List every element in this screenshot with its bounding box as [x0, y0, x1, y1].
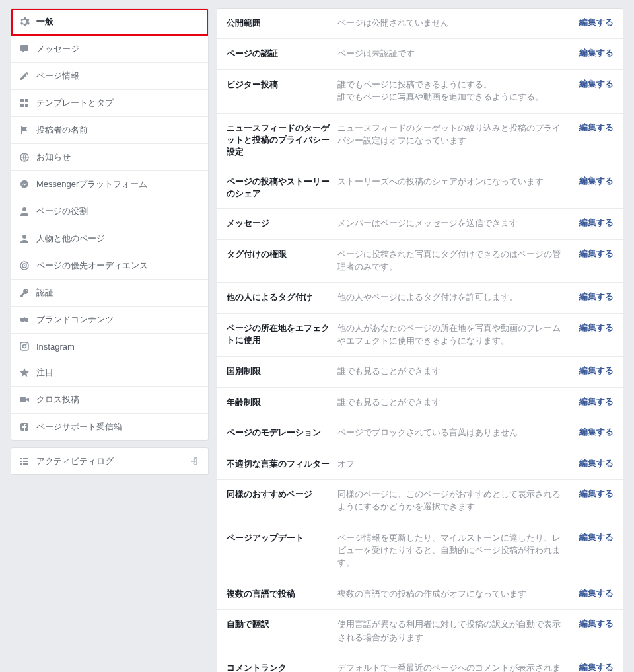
sidebar-item--[interactable]: 注目 [11, 359, 208, 387]
setting-row: ページのモデレーションページでブロックされている言葉はありません編集する [217, 418, 623, 449]
sidebar-item--[interactable]: 人物と他のページ [11, 225, 208, 252]
setting-label: 国別制限 [227, 365, 331, 377]
setting-label: 不適切な言葉のフィルター [227, 458, 331, 470]
svg-point-11 [23, 345, 26, 348]
handshake-icon [19, 315, 30, 325]
sidebar-item--[interactable]: ブランドコンテンツ [11, 307, 208, 334]
edit-link[interactable]: 編集する [579, 122, 614, 133]
setting-desc: ページに投稿された写真にタグ付けできるのはページの管理者のみです。 [337, 248, 573, 274]
setting-row: 自動で翻訳使用言語が異なる利用者に対して投稿の訳文が自動で表示される場合がありま… [217, 610, 623, 653]
gear-icon [19, 17, 30, 27]
key-icon [19, 287, 30, 298]
sidebar-item-messenger-[interactable]: Messengerプラットフォーム [11, 171, 208, 198]
star-icon [19, 367, 30, 378]
setting-row: ビジター投稿誰でもページに投稿できるようにする。誰でもページに写真や動画を追加で… [217, 70, 623, 114]
setting-label: タグ付けの権限 [227, 248, 331, 260]
edit-link[interactable]: 編集する [579, 618, 614, 630]
setting-label: ページの所在地をエフェクトに使用 [227, 322, 331, 346]
sidebar-item--[interactable]: テンプレートとタブ [11, 90, 208, 117]
setting-desc: 誰でもページに投稿できるようにする。誰でもページに写真や動画を追加できるようにす… [337, 79, 573, 104]
edit-link[interactable]: 編集する [579, 532, 614, 543]
sidebar-item--[interactable]: ページの役割 [11, 198, 208, 225]
setting-row: ニュースフィードのターゲットと投稿のプライバシー設定ニュースフィードのターゲット… [217, 114, 623, 167]
sidebar-item-label: 人物と他のページ [36, 233, 105, 244]
svg-rect-3 [25, 104, 28, 107]
edit-link[interactable]: 編集する [579, 365, 614, 377]
svg-point-12 [26, 344, 28, 345]
user-icon [19, 233, 30, 244]
setting-label: メッセージ [227, 217, 331, 229]
setting-label: ページの認証 [227, 48, 331, 59]
edit-link[interactable]: 編集する [579, 291, 614, 303]
globe-icon [19, 152, 30, 163]
edit-link[interactable]: 編集する [579, 488, 614, 500]
edit-link[interactable]: 編集する [579, 79, 614, 90]
sidebar-item--[interactable]: 投稿者の名前 [11, 117, 208, 144]
setting-desc: 他の人があなたのページの所在地を写真や動画のフレームやエフェクトに使用できるよう… [337, 322, 573, 348]
setting-desc: ページでブロックされている言葉はありません [337, 427, 573, 439]
sidebar-item-label: メッセージ [36, 43, 79, 55]
setting-desc: 複数の言語での投稿の作成がオフになっています [337, 588, 573, 601]
target-icon [19, 260, 30, 271]
setting-row: ページの投稿やストーリーのシェアストーリーズへの投稿のシェアがオンになっています… [217, 167, 623, 209]
edit-link[interactable]: 編集する [579, 427, 614, 438]
setting-label: ページの投稿やストーリーのシェア [227, 176, 331, 200]
svg-rect-15 [20, 458, 22, 459]
sidebar: 一般メッセージページ情報テンプレートとタブ投稿者の名前お知らせMessenger… [11, 8, 209, 482]
grid-icon [19, 98, 30, 108]
svg-rect-18 [23, 461, 28, 462]
edit-link[interactable]: 編集する [579, 48, 614, 59]
setting-desc: 誰でも見ることができます [337, 396, 573, 409]
setting-desc: ページは未認証です [337, 48, 573, 60]
sidebar-item--[interactable]: メッセージ [11, 36, 208, 63]
edit-link[interactable]: 編集する [579, 662, 614, 672]
svg-rect-0 [20, 99, 24, 102]
setting-desc: 使用言語が異なる利用者に対して投稿の訳文が自動で表示される場合があります [337, 618, 573, 644]
setting-desc: メンバーはページにメッセージを送信できます [337, 217, 573, 230]
page-root: 一般メッセージページ情報テンプレートとタブ投稿者の名前お知らせMessenger… [0, 0, 634, 672]
setting-desc: 他の人やページによるタグ付けを許可します。 [337, 291, 573, 304]
svg-rect-17 [20, 461, 22, 462]
edit-link[interactable]: 編集する [579, 458, 614, 469]
setting-label: 公開範囲 [227, 17, 331, 29]
sidebar-item-label: ページ情報 [36, 70, 79, 82]
setting-row: メッセージメンバーはページにメッセージを送信できます編集する [217, 209, 623, 239]
setting-desc: ニュースフィードのターゲットの絞り込みと投稿のプライバシー設定はオフになっていま… [337, 122, 573, 148]
setting-row: 同様のおすすめページ同様のページに、このページがおすすめとして表示されるようにす… [217, 480, 623, 523]
sidebar-item-label: Instagram [36, 342, 75, 352]
sidebar-item-label: 認証 [36, 287, 53, 299]
edit-link[interactable]: 編集する [579, 396, 614, 408]
sidebar-item--[interactable]: ページの優先オーディエンス [11, 252, 208, 280]
setting-row: 複数の言語で投稿複数の言語での投稿の作成がオフになっています編集する [217, 579, 623, 610]
svg-rect-16 [23, 458, 28, 459]
edit-link[interactable]: 編集する [579, 17, 614, 28]
setting-desc: オフ [337, 458, 573, 470]
edit-link[interactable]: 編集する [579, 588, 614, 599]
sidebar-item-activity-log[interactable]: アクティビティログ [11, 448, 208, 474]
sidebar-item-label: Messengerプラットフォーム [36, 178, 147, 190]
exit-icon [190, 456, 200, 467]
edit-link[interactable]: 編集する [579, 248, 614, 260]
sidebar-item-label: お知らせ [36, 151, 71, 163]
svg-point-5 [22, 207, 26, 211]
setting-desc: ページ情報を更新したり、マイルストーンに達したり、レビューを受けたりすると、自動… [337, 532, 573, 570]
sidebar-item--[interactable]: お知らせ [11, 144, 208, 171]
sidebar-item-label: ページサポート受信箱 [36, 421, 122, 433]
settings-list: 公開範囲ページは公開されていません編集するページの認証ページは未認証です編集する… [217, 8, 623, 672]
setting-row: 年齢制限誰でも見ることができます編集する [217, 388, 623, 418]
setting-row: コメントランクデフォルトで一番最近のページへのコメントが表示されます。編集する [217, 653, 623, 672]
sidebar-item--[interactable]: 認証 [11, 280, 208, 307]
setting-label: ニュースフィードのターゲットと投稿のプライバシー設定 [227, 122, 331, 158]
edit-link[interactable]: 編集する [579, 322, 614, 334]
sidebar-item-instagram[interactable]: Instagram [11, 334, 208, 359]
svg-point-6 [22, 235, 26, 239]
edit-link[interactable]: 編集する [579, 176, 614, 187]
sidebar-item--[interactable]: クロス投稿 [11, 387, 208, 414]
sidebar-item--[interactable]: ページ情報 [11, 63, 208, 90]
setting-desc: ページは公開されていません [337, 17, 573, 30]
edit-link[interactable]: 編集する [579, 217, 614, 229]
svg-point-9 [24, 265, 25, 266]
setting-row: 他の人によるタグ付け他の人やページによるタグ付けを許可します。編集する [217, 283, 623, 313]
sidebar-item--[interactable]: ページサポート受信箱 [11, 414, 208, 440]
sidebar-item--[interactable]: 一般 [11, 9, 208, 36]
